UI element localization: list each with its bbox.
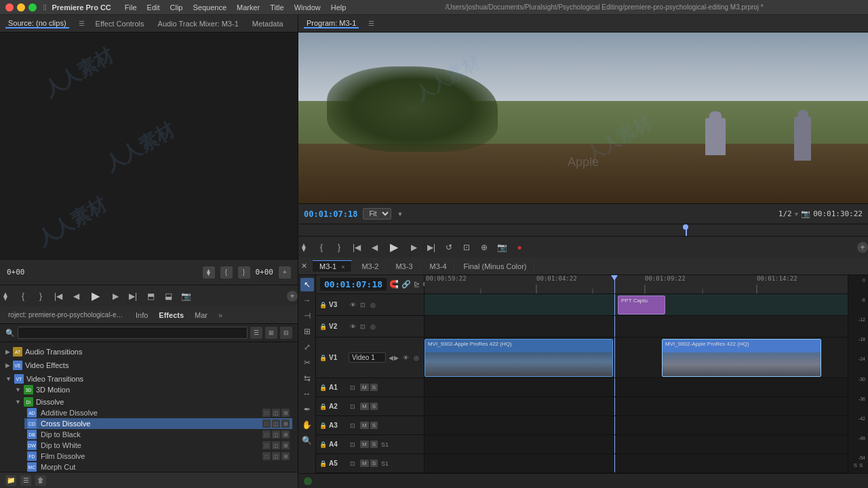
effects-new-item-btn[interactable]: ☰	[20, 475, 31, 486]
dip-white-btn3[interactable]: ⊞	[281, 441, 290, 449]
3d-motion-header[interactable]: ▼ 3D 3D Motion	[15, 384, 292, 395]
a3-mute-btn[interactable]: M	[360, 422, 369, 429]
track-row-a3[interactable]	[425, 416, 848, 435]
snap-icon[interactable]: 🧲	[389, 280, 399, 289]
a4-mute-btn[interactable]: M	[360, 441, 369, 448]
tab-project[interactable]: roject: premiere-pro-psychological-editi…	[5, 311, 127, 319]
tab-effects[interactable]: Effects	[156, 311, 186, 319]
prog-export-btn[interactable]: 📷	[496, 242, 507, 253]
item-film-dissolve[interactable]: FD Film Dissolve □ ◫ ⊞	[24, 451, 292, 462]
v3-lock-btn[interactable]: 🔒	[319, 301, 327, 309]
dissolve-header[interactable]: ▼ Di Dissolve	[15, 396, 292, 407]
dip-black-btn2[interactable]: ◫	[272, 430, 280, 439]
source-goto-out-btn[interactable]: ▶|	[127, 291, 138, 302]
track-row-v2[interactable]	[425, 316, 848, 338]
track-row-a4[interactable]	[425, 435, 848, 454]
pen-tool-btn[interactable]: ✒	[300, 403, 314, 416]
timeline-close-icon[interactable]: ✕	[301, 262, 307, 270]
prog-gang-btn[interactable]: ⊕	[479, 242, 490, 253]
video-effects-header[interactable]: ▶ VE Video Effects	[5, 360, 292, 371]
tab-metadata[interactable]: Metadata	[250, 20, 286, 28]
source-out-mark-btn[interactable]: }	[35, 291, 46, 302]
track-row-a5[interactable]	[425, 454, 848, 473]
film-dissolve-btn1[interactable]: □	[262, 452, 271, 460]
dip-white-btn1[interactable]: □	[262, 441, 271, 449]
status-indicator[interactable]	[304, 477, 312, 485]
program-menu-icon[interactable]: ☰	[368, 20, 374, 27]
cross-dissolve-btn1[interactable]: □	[262, 420, 271, 428]
v3-collapse-btn[interactable]: ⊡	[359, 301, 367, 309]
effects-icon-view-btn[interactable]: ⊞	[265, 327, 277, 339]
source-add-btn[interactable]: +	[279, 266, 291, 279]
cross-dissolve-btn3[interactable]: ⊞	[281, 420, 290, 428]
source-in-btn[interactable]: {	[220, 266, 233, 279]
menu-marker[interactable]: Marker	[237, 3, 260, 12]
menu-edit[interactable]: Edit	[147, 3, 160, 12]
prog-loop-btn[interactable]: ↺	[443, 242, 454, 253]
prog-settings-btn[interactable]: ●	[514, 242, 525, 253]
a2-solo-btn[interactable]: S	[370, 403, 378, 410]
tab-m3-4[interactable]: M3-4	[423, 261, 454, 272]
source-export-btn[interactable]: 📷	[180, 291, 191, 302]
a5-lock-btn[interactable]: 🔒	[319, 460, 327, 468]
menu-help[interactable]: Help	[331, 3, 347, 12]
a2-mute-btn[interactable]: M	[360, 403, 369, 410]
linked-select-icon[interactable]: 🔗	[401, 280, 411, 289]
prog-in-btn[interactable]: {	[316, 242, 327, 253]
source-overwrite-btn[interactable]: ⬓	[163, 291, 174, 302]
rolling-edit-tool-btn[interactable]: ⊞	[300, 325, 314, 338]
tab-audio-track-mixer[interactable]: Audio Track Mixer: M3-1	[155, 20, 241, 28]
source-play-btn[interactable]: ▶	[88, 289, 103, 304]
zoom-tool-btn[interactable]: 🔍	[300, 434, 314, 447]
clip-ppt[interactable]: PPT Captu	[618, 296, 665, 314]
menu-file[interactable]: File	[125, 3, 137, 12]
effects-list-view-btn[interactable]: ☰	[250, 327, 262, 339]
dip-black-btn3[interactable]: ⊞	[281, 430, 290, 439]
source-in-mark-btn[interactable]: {	[18, 291, 28, 302]
video-transitions-header[interactable]: ▼ VT Video Transitions	[5, 373, 292, 384]
markers-icon[interactable]: ⊵	[414, 280, 420, 289]
rate-stretch-tool-btn[interactable]: ⤢	[300, 340, 314, 354]
dip-black-btn1[interactable]: □	[262, 430, 271, 439]
v1-lock-btn[interactable]: 🔒	[319, 354, 327, 362]
clip-mvi-2[interactable]: MVI_9302-Apple ProRes 422 (HQ)	[662, 339, 821, 377]
a3-solo-btn[interactable]: S	[370, 422, 378, 429]
tab-m3-1[interactable]: M3-1 ×	[313, 260, 352, 272]
effects-tree-view-btn[interactable]: ⊟	[280, 327, 292, 339]
v3-vis-btn[interactable]: 👁	[349, 301, 357, 309]
film-dissolve-btn3[interactable]: ⊞	[281, 452, 290, 460]
prog-add-btn[interactable]: +	[857, 242, 868, 253]
a4-lock-btn[interactable]: 🔒	[319, 441, 327, 449]
item-dip-white[interactable]: DW Dip to White □ ◫ ⊞	[24, 440, 292, 451]
v2-lock-btn[interactable]: 🔒	[319, 323, 327, 331]
close-button[interactable]	[5, 3, 14, 12]
source-goto-in-btn[interactable]: |◀	[53, 291, 64, 302]
effects-search-input[interactable]	[18, 327, 248, 339]
v1-arrow-left[interactable]: ◀	[389, 354, 393, 361]
tab-m3-1-close[interactable]: ×	[341, 264, 344, 270]
menu-sequence[interactable]: Sequence	[193, 3, 226, 12]
additive-dissolve-btn3[interactable]: ⊞	[281, 409, 290, 417]
tab-markers[interactable]: Mar	[192, 311, 210, 319]
prog-step-fwd-btn[interactable]: ▶	[408, 242, 419, 253]
track-row-v3[interactable]: PPT Captu	[425, 294, 848, 316]
source-add-media-btn[interactable]: +	[287, 291, 298, 302]
tab-program[interactable]: Program: M3-1	[304, 19, 359, 28]
track-row-a1[interactable]	[425, 378, 848, 397]
a4-solo-btn[interactable]: S	[370, 441, 378, 448]
a5-mute-btn[interactable]: M	[360, 460, 369, 467]
source-marker-ctrl-btn[interactable]: ⧫	[0, 291, 11, 302]
effects-new-bin-btn[interactable]: 📁	[5, 475, 16, 486]
v1-eye2-btn[interactable]: ◎	[412, 354, 420, 362]
source-step-fwd-btn[interactable]: ▶	[110, 291, 121, 302]
v2-eye2-btn[interactable]: ◎	[369, 323, 377, 331]
prog-goto-in-btn[interactable]: |◀	[351, 242, 362, 253]
select-tool-btn[interactable]: ↖	[300, 278, 314, 291]
tab-final[interactable]: Final (Minus Color)	[457, 261, 534, 272]
vu-s-right[interactable]: S	[859, 462, 863, 468]
film-dissolve-btn2[interactable]: ◫	[272, 452, 280, 460]
source-insert-btn[interactable]: ⬒	[145, 291, 156, 302]
prog-step-back-btn[interactable]: ◀	[369, 242, 380, 253]
item-dip-black[interactable]: DB Dip to Black □ ◫ ⊞	[24, 429, 292, 440]
a5-vis-btn[interactable]: ⊡	[349, 460, 357, 468]
